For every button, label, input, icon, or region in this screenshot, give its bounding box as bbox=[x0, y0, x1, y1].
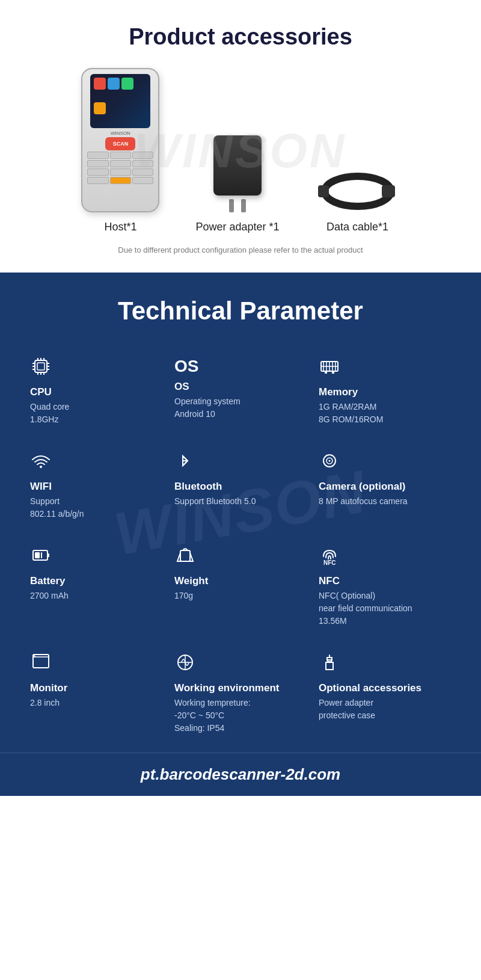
tech-param-name-0: CPU bbox=[30, 386, 162, 398]
weight-icon bbox=[174, 544, 307, 569]
adapter-prongs bbox=[229, 199, 246, 212]
tech-param-value-9: 2.8 inch bbox=[30, 697, 162, 709]
tech-param-name-11: Optional accessories bbox=[319, 682, 451, 694]
svg-point-29 bbox=[329, 460, 331, 462]
brand-label: WINSON bbox=[82, 131, 158, 136]
accessories-title: Product accessories bbox=[12, 24, 469, 50]
accessories-images: WINSON WINSON SCAN bbox=[12, 68, 469, 233]
memory-icon bbox=[319, 356, 451, 380]
accessories-icon bbox=[319, 652, 451, 676]
tech-param-value-4: Support Bluetooth 5.0 bbox=[174, 495, 307, 508]
cpu-icon bbox=[30, 356, 162, 380]
svg-rect-34 bbox=[180, 550, 190, 561]
tech-param-name-8: NFC bbox=[319, 575, 451, 587]
tech-param-wifi: WIFISupport 802.11 a/b/g/n bbox=[30, 450, 162, 520]
tech-param-name-5: Camera (optional) bbox=[319, 481, 451, 493]
tech-param-accessories: Optional accessoriesPower adapter protec… bbox=[319, 652, 451, 735]
tech-param-cpu: CPUQuad core 1.8GHz bbox=[30, 356, 162, 426]
tech-param-os: OSOSOperating system Android 10 bbox=[174, 356, 307, 426]
tech-param-bluetooth: BluetoothSupport Bluetooth 5.0 bbox=[174, 450, 307, 520]
tech-param-camera: Camera (optional)8 MP autofocus camera bbox=[319, 450, 451, 520]
tech-param-value-11: Power adapter protective case bbox=[319, 697, 451, 722]
svg-rect-31 bbox=[47, 553, 49, 557]
tech-params-grid: CPUQuad core 1.8GHzOSOSOperating system … bbox=[30, 356, 451, 735]
accessory-adapter: Power adapter *1 bbox=[195, 135, 279, 233]
tech-param-name-3: WIFI bbox=[30, 481, 162, 493]
disclaimer-text: Due to different product configuration p… bbox=[12, 245, 469, 254]
accessories-section: Product accessories WINSON WINSON SCAN bbox=[0, 0, 481, 273]
tech-param-value-3: Support 802.11 a/b/g/n bbox=[30, 495, 162, 520]
tech-param-value-2: 1G RAM/2RAM 8G ROM/16ROM bbox=[319, 401, 451, 426]
tech-param-value-8: NFC( Optional) near field communication … bbox=[319, 590, 451, 627]
svg-rect-3 bbox=[35, 360, 47, 372]
tech-param-name-9: Monitor bbox=[30, 682, 162, 694]
monitor-icon bbox=[30, 652, 162, 676]
svg-rect-25 bbox=[332, 371, 334, 374]
host-device-image: WINSON SCAN bbox=[81, 68, 159, 212]
tech-param-name-7: Weight bbox=[174, 575, 307, 587]
tech-param-value-10: Working tempreture: -20°C ~ 50°C Sealing… bbox=[174, 697, 307, 735]
svg-rect-1 bbox=[382, 185, 395, 197]
footer-url: pt.barcodescanner-2d.com bbox=[141, 765, 340, 783]
svg-rect-2 bbox=[318, 185, 329, 197]
svg-rect-4 bbox=[37, 363, 44, 370]
svg-rect-24 bbox=[325, 371, 327, 374]
cable-image bbox=[316, 170, 400, 212]
tech-param-name-10: Working environment bbox=[174, 682, 307, 694]
footer: pt.barcodescanner-2d.com bbox=[0, 753, 481, 796]
tech-param-environment: Working environmentWorking tempreture: -… bbox=[174, 652, 307, 735]
tech-param-name-1: OS bbox=[174, 381, 307, 393]
camera-icon bbox=[319, 450, 451, 475]
svg-text:NFC: NFC bbox=[323, 559, 336, 566]
svg-point-0 bbox=[325, 176, 391, 206]
tech-param-value-7: 170g bbox=[174, 590, 307, 602]
adapter-body bbox=[213, 135, 262, 196]
tech-param-weight: Weight170g bbox=[174, 544, 307, 627]
nfc-icon: NFC bbox=[319, 544, 451, 569]
tech-param-value-6: 2700 mAh bbox=[30, 590, 162, 602]
tech-param-battery: Battery2700 mAh bbox=[30, 544, 162, 627]
os-icon: OS bbox=[174, 356, 307, 375]
scan-button-graphic: SCAN bbox=[105, 137, 135, 150]
tech-param-value-0: Quad core 1.8GHz bbox=[30, 401, 162, 426]
tech-param-name-4: Bluetooth bbox=[174, 481, 307, 493]
battery-icon bbox=[30, 544, 162, 569]
adapter-image bbox=[213, 135, 262, 212]
device-screen bbox=[90, 74, 150, 128]
tech-param-name-6: Battery bbox=[30, 575, 162, 587]
accessory-cable: Data cable*1 bbox=[316, 170, 400, 233]
svg-point-26 bbox=[40, 466, 42, 468]
adapter-label: Power adapter *1 bbox=[195, 221, 279, 233]
tech-param-name-2: Memory bbox=[319, 386, 451, 398]
svg-rect-33 bbox=[41, 552, 42, 558]
environment-icon bbox=[174, 652, 307, 676]
tech-param-value-5: 8 MP autofocus camera bbox=[319, 495, 451, 508]
tech-param-nfc: NFC NFCNFC( Optional) near field communi… bbox=[319, 544, 451, 627]
tech-param-memory: Memory1G RAM/2RAM 8G ROM/16ROM bbox=[319, 356, 451, 426]
cable-label: Data cable*1 bbox=[326, 221, 388, 233]
svg-rect-32 bbox=[35, 552, 40, 558]
tech-section: WINSON Technical Parameter CPUQuad core … bbox=[0, 273, 481, 753]
tech-param-value-1: Operating system Android 10 bbox=[174, 395, 307, 421]
tech-title: Technical Parameter bbox=[30, 297, 451, 325]
keypad-graphic bbox=[82, 152, 158, 184]
bluetooth-icon bbox=[174, 450, 307, 475]
host-label: Host*1 bbox=[104, 221, 136, 233]
wifi-icon bbox=[30, 450, 162, 475]
tech-param-monitor: Monitor2.8 inch bbox=[30, 652, 162, 735]
accessory-host: WINSON SCAN Host*1 bbox=[81, 68, 159, 233]
